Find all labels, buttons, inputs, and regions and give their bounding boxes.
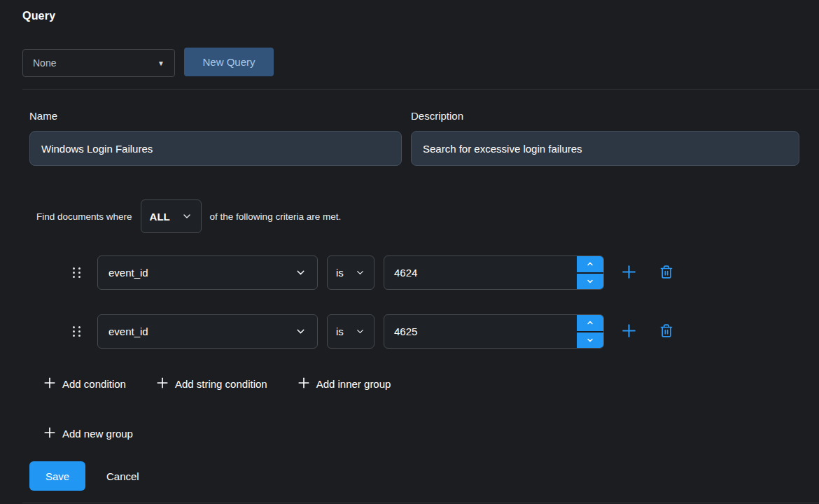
bottom-divider <box>22 503 819 503</box>
condition-row: event_id is <box>73 314 673 349</box>
match-type-select[interactable]: ALL <box>141 200 202 233</box>
query-builder-page: Query None ▼ New Query Name Description … <box>0 0 819 504</box>
add-row-button[interactable] <box>620 263 638 283</box>
number-spinner <box>577 315 603 348</box>
plus-icon <box>620 322 638 342</box>
add-string-condition-label: Add string condition <box>175 378 267 390</box>
field-select[interactable]: event_id <box>97 314 318 349</box>
top-divider <box>22 89 819 90</box>
trash-icon <box>659 265 673 281</box>
name-input[interactable] <box>29 131 402 166</box>
trash-icon <box>659 323 673 340</box>
match-type-value: ALL <box>150 211 170 223</box>
drag-handle-icon[interactable] <box>73 326 84 337</box>
delete-row-button[interactable] <box>659 265 673 281</box>
description-label: Description <box>411 110 463 122</box>
saved-query-select-value: None <box>33 57 56 69</box>
dropdown-caret-icon: ▼ <box>158 59 164 67</box>
value-input[interactable] <box>384 315 577 348</box>
add-inner-group-button[interactable]: Add inner group <box>298 377 391 391</box>
operator-select[interactable]: is <box>327 314 374 349</box>
plus-icon <box>43 426 56 441</box>
field-select[interactable]: event_id <box>97 255 318 290</box>
decrement-button[interactable] <box>577 332 603 349</box>
chevron-down-icon <box>181 211 192 222</box>
condition-value-field <box>384 314 604 349</box>
add-row-button[interactable] <box>620 322 638 342</box>
plus-icon <box>43 377 56 391</box>
saved-query-select[interactable]: None ▼ <box>22 49 175 77</box>
criteria-suffix: of the following criteria are met. <box>210 211 342 222</box>
criteria-line: Find documents where ALL of the followin… <box>36 200 341 233</box>
add-condition-button[interactable]: Add condition <box>43 377 126 391</box>
add-links-row: Add condition Add string condition Add i… <box>43 374 391 393</box>
increment-button[interactable] <box>577 256 603 274</box>
add-string-condition-button[interactable]: Add string condition <box>156 377 267 391</box>
save-button[interactable]: Save <box>29 461 85 491</box>
condition-row: event_id is <box>73 255 673 290</box>
add-group-row: Add new group <box>43 424 133 443</box>
description-input[interactable] <box>411 131 799 166</box>
field-select-value: event_id <box>108 267 148 279</box>
add-new-group-label: Add new group <box>62 428 133 440</box>
chevron-down-icon <box>295 326 307 337</box>
chevron-down-icon <box>295 267 307 279</box>
field-select-value: event_id <box>108 326 148 337</box>
add-inner-group-label: Add inner group <box>316 378 391 390</box>
value-input[interactable] <box>384 256 577 289</box>
operator-select-value: is <box>336 267 344 279</box>
increment-button[interactable] <box>577 315 603 332</box>
decrement-button[interactable] <box>577 274 603 290</box>
cancel-button[interactable]: Cancel <box>106 461 139 491</box>
operator-select[interactable]: is <box>327 255 374 290</box>
number-spinner <box>577 256 603 289</box>
plus-icon <box>620 263 638 283</box>
page-title: Query <box>22 10 55 22</box>
criteria-prefix: Find documents where <box>36 211 132 222</box>
chevron-down-icon <box>355 267 365 278</box>
chevron-down-icon <box>355 326 365 337</box>
add-condition-label: Add condition <box>62 378 126 390</box>
delete-row-button[interactable] <box>659 323 673 340</box>
plus-icon <box>298 377 310 391</box>
plus-icon <box>156 377 169 391</box>
drag-handle-icon[interactable] <box>73 267 84 278</box>
operator-select-value: is <box>336 326 344 337</box>
new-query-button[interactable]: New Query <box>184 48 274 76</box>
condition-value-field <box>384 255 604 290</box>
add-new-group-button[interactable]: Add new group <box>43 426 133 441</box>
name-label: Name <box>29 110 57 122</box>
